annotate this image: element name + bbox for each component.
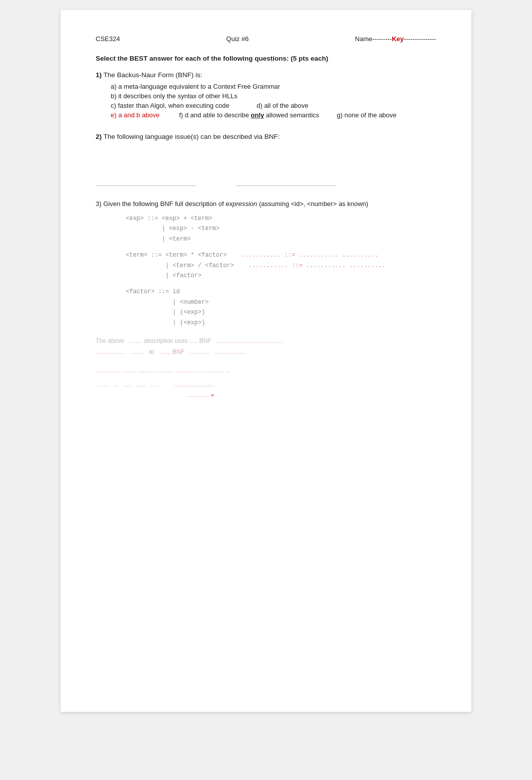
q3-text-after: (assuming <id>, <number> as known): [257, 200, 368, 208]
bnf-line-6: | <factor>: [126, 271, 436, 281]
q3-blurred-answer: ..................................... ●: [174, 379, 214, 401]
q3-blurred-2: ................. ........ to ....... BN…: [96, 347, 436, 358]
bnf-line-3: | <term>: [126, 234, 436, 244]
q1-number: 1): [96, 71, 102, 79]
q1-option-a: a) a meta-language equivalent to a Conte…: [111, 83, 436, 90]
q1-text: The Backus-Naur Form (BNF) is:: [104, 71, 202, 79]
bnf-line-7: <factor> ::= id: [126, 287, 436, 297]
q1-option-c: c) faster than Algol, when executing cod…: [111, 102, 436, 109]
header: CSE324 Quiz #6 Name---------Key---------…: [96, 35, 436, 43]
question-3: 3) Given the following BNF full descript…: [96, 200, 436, 401]
name-prefix: Name---------: [355, 35, 392, 43]
q1-option-row2: e) a and b above f) d and able to descri…: [111, 111, 436, 119]
question-2: 2) The following language issue(s) can b…: [96, 133, 436, 186]
bnf-line-4: <term> ::= <term> * <factor> ...........…: [126, 250, 436, 260]
q3-text-before: Given the following BNF full description…: [103, 200, 225, 208]
q3-analysis: The above ........ description uses ....…: [96, 336, 436, 401]
q3-blurred-items: ... .... ... .... ...... .....: [96, 379, 159, 401]
q1-option-f: f) d and able to describe only allowed s…: [174, 111, 320, 119]
question-1: 1) The Backus-Naur Form (BNF) is: a) a m…: [96, 71, 436, 119]
bnf-line-5: | <term> / <factor> ........... ::= ....…: [126, 261, 436, 271]
q3-blurred-3: ............... ........ ........... ...…: [96, 365, 436, 376]
q2-dividers: [96, 184, 436, 186]
bnf-block-3: <factor> ::= id | <number> | (<exp>) | (…: [126, 287, 436, 328]
question-2-title: 2) The following language issue(s) can b…: [96, 133, 436, 140]
bnf-line-9: | (<exp>): [126, 307, 436, 317]
quiz-label: Quiz #6: [226, 35, 249, 43]
q3-blurred-row: ... .... ... .... ...... ..... .........…: [96, 379, 436, 401]
q3-blurred-1: The above ........ description uses ....…: [96, 336, 436, 347]
q1-option-e: e) a and b above: [111, 111, 160, 119]
course-label: CSE324: [96, 35, 120, 43]
q2-text: The following language issue(s) can be d…: [104, 133, 280, 140]
bnf-block-2: <term> ::= <term> * <factor> ...........…: [126, 250, 436, 281]
q2-answer-space: [96, 144, 436, 174]
q3-italic: expression: [225, 200, 257, 208]
bnf-line-10: | (<exp>): [126, 318, 436, 328]
q3-number: 3): [96, 200, 102, 208]
name-label: Name---------Key---------------: [355, 35, 436, 43]
question-1-title: 1) The Backus-Naur Form (BNF) is:: [96, 71, 436, 79]
key-text: Key: [392, 35, 404, 43]
exam-page: CSE324 Quiz #6 Name---------Key---------…: [61, 10, 471, 712]
question-3-title: 3) Given the following BNF full descript…: [96, 200, 436, 208]
instructions: Select the BEST answer for each of the f…: [96, 55, 436, 62]
q2-number: 2): [96, 133, 102, 140]
name-suffix: ---------------: [404, 35, 436, 43]
divider-2: [236, 185, 336, 186]
bnf-line-8: | <number>: [126, 297, 436, 307]
divider-1: [96, 185, 196, 186]
bnf-line-1: <exp> ::= <exp> + <term>: [126, 214, 436, 224]
bnf-line-2: | <exp> - <term>: [126, 224, 436, 234]
bnf-block-1: <exp> ::= <exp> + <term> | <exp> - <term…: [126, 214, 436, 244]
q1-option-g: g) none of the above: [333, 111, 396, 119]
q1-option-b: b) it describes only the syntax of other…: [111, 92, 436, 100]
